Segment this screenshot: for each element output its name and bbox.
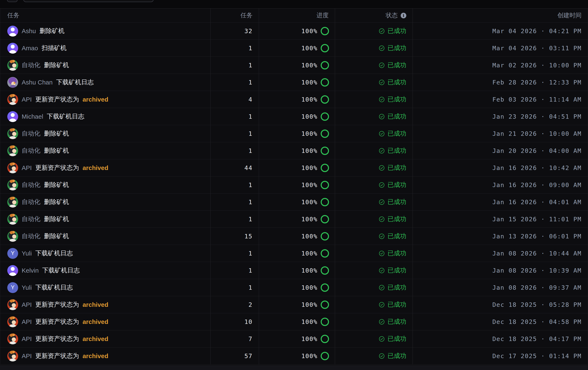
column-header-status[interactable]: 状态 i (335, 9, 413, 22)
count-cell: 1 (211, 262, 259, 279)
created-cell: Dec 17 2025 · 01:14 PM (413, 348, 588, 364)
count-cell: 1 (211, 40, 259, 56)
table-row[interactable]: 自动化 删除矿机 15 100% 已成功 Jan 13 2026 · 06:01… (0, 228, 588, 245)
status-badge: 已成功 (388, 78, 406, 87)
status-cell: 已成功 (335, 159, 413, 176)
check-circle-icon (379, 302, 385, 308)
progress-percent: 100% (301, 267, 317, 274)
table-row[interactable]: 自动化 删除矿机 1 100% 已成功 Mar 02 2026 · 10:00 … (0, 56, 588, 74)
avatar (7, 94, 18, 105)
table-row[interactable]: Kelvin 下载矿机日志 1 100% 已成功 Jan 08 2026 · 1… (0, 262, 588, 279)
progress-cell: 100% (259, 74, 335, 91)
status-cell: 已成功 (335, 279, 413, 296)
task-cell: Kelvin 下载矿机日志 (0, 262, 211, 279)
avatar (7, 77, 18, 88)
task-cell: API 更新资产状态为 archived (0, 348, 211, 364)
task-action: 更新资产状态为 (35, 352, 79, 360)
task-action: 下载矿机日志 (56, 78, 94, 87)
task-action: 扫描矿机 (42, 44, 66, 52)
status-badge: 已成功 (388, 283, 406, 292)
task-count: 1 (249, 267, 252, 274)
avatar-letter: Y (11, 250, 15, 257)
check-circle-icon (379, 353, 385, 359)
status-cell: 已成功 (335, 211, 413, 228)
table-row[interactable]: 自动化 删除矿机 1 100% 已成功 Jan 16 2026 · 09:00 … (0, 176, 588, 193)
table-row[interactable]: API 更新资产状态为 archived 7 100% 已成功 Dec 18 2… (0, 330, 588, 347)
progress-cell: 100% (259, 279, 335, 296)
check-circle-icon (379, 79, 385, 85)
table-row[interactable]: Amao 扫描矿机 1 100% 已成功 Mar 04 2026 · 03:11… (0, 39, 588, 56)
status-badge: 已成功 (388, 27, 406, 35)
progress-percent: 100% (301, 96, 317, 103)
progress-percent: 100% (301, 198, 317, 206)
progress-ring-icon (321, 232, 329, 240)
table-row[interactable]: Michael 下载矿机日志 1 100% 已成功 Jan 23 2026 · … (0, 108, 588, 125)
count-cell: 1 (211, 211, 259, 228)
task-owner: Yuli (22, 250, 32, 257)
table-row[interactable]: 自动化 删除矿机 1 100% 已成功 Jan 20 2026 · 04:00 … (0, 142, 588, 159)
progress-percent: 100% (301, 181, 317, 189)
table-row[interactable]: Ashu Chan 下载矿机日志 1 100% 已成功 Feb 28 2026 … (0, 74, 588, 91)
table-row[interactable]: API 更新资产状态为 archived 2 100% 已成功 Dec 18 2… (0, 296, 588, 313)
table-row[interactable]: API 更新资产状态为 archived 57 100% 已成功 Dec 17 … (0, 347, 588, 364)
avatar (7, 197, 18, 207)
count-cell: 1 (211, 142, 259, 159)
progress-cell: 100% (259, 176, 335, 193)
status-badge: 已成功 (388, 95, 406, 104)
table-row[interactable]: 自动化 删除矿机 1 100% 已成功 Jan 16 2026 · 04:01 … (0, 193, 588, 210)
table-row[interactable]: Y Yuli 下载矿机日志 1 100% 已成功 Jan 08 2026 · 0… (0, 279, 588, 296)
column-header-progress[interactable]: 进度 (259, 9, 335, 22)
status-cell: 已成功 (335, 348, 413, 364)
check-circle-icon (379, 285, 385, 291)
task-owner: Michael (22, 113, 43, 120)
search-input[interactable] (23, 0, 154, 2)
status-cell: 已成功 (335, 125, 413, 142)
task-cell: 自动化 删除矿机 (0, 142, 211, 159)
avatar (7, 128, 18, 139)
check-circle-icon (379, 268, 385, 273)
info-icon[interactable]: i (401, 13, 406, 18)
status-cell: 已成功 (335, 91, 413, 108)
column-header-task[interactable]: 任务 (0, 9, 211, 22)
avatar (7, 180, 18, 190)
created-time: Dec 18 2025 · 05:28 PM (492, 301, 582, 308)
count-cell: 10 (211, 313, 259, 330)
task-count: 1 (249, 216, 252, 223)
task-owner: API (22, 301, 32, 308)
status-badge: 已成功 (388, 317, 406, 326)
progress-ring-icon (321, 318, 329, 326)
progress-ring-icon (321, 181, 329, 189)
table-row[interactable]: API 更新资产状态为 archived 10 100% 已成功 Dec 18 … (0, 313, 588, 330)
column-header-count[interactable]: 任务 (211, 9, 259, 22)
progress-ring-icon (321, 215, 329, 223)
created-cell: Jan 16 2026 · 10:42 AM (413, 159, 588, 176)
created-time: Jan 08 2026 · 10:39 AM (492, 267, 582, 274)
created-time: Jan 15 2026 · 11:01 PM (492, 216, 582, 223)
task-cell: API 更新资产状态为 archived (0, 159, 211, 176)
task-action: 下载矿机日志 (35, 283, 73, 292)
table-row[interactable]: Y Yuli 下载矿机日志 1 100% 已成功 Jan 08 2026 · 1… (0, 245, 588, 262)
table-row[interactable]: 自动化 删除矿机 1 100% 已成功 Jan 21 2026 · 10:00 … (0, 125, 588, 142)
table-row[interactable]: API 更新资产状态为 archived 4 100% 已成功 Feb 03 2… (0, 91, 588, 108)
status-badge: 已成功 (388, 44, 406, 52)
check-circle-icon (379, 114, 385, 120)
task-count: 1 (249, 79, 252, 86)
column-header-created[interactable]: 创建时间 (413, 9, 588, 22)
avatar: Y (7, 248, 18, 259)
status-badge: 已成功 (388, 181, 406, 189)
count-cell: 1 (211, 194, 259, 210)
progress-cell: 100% (259, 262, 335, 279)
table-row[interactable]: 自动化 删除矿机 1 100% 已成功 Jan 15 2026 · 11:01 … (0, 210, 588, 228)
table-row[interactable]: Ashu 删除矿机 32 100% 已成功 Mar 04 2026 · 04:2… (0, 22, 588, 39)
created-cell: Dec 18 2025 · 05:28 PM (413, 296, 588, 313)
task-action: 删除矿机 (44, 232, 69, 240)
progress-percent: 100% (301, 164, 317, 172)
column-header-status-label: 状态 (386, 11, 398, 20)
status-cell: 已成功 (335, 142, 413, 159)
task-action: 下载矿机日志 (35, 249, 73, 258)
task-cell: Ashu 删除矿机 (0, 22, 211, 39)
toolbar-button[interactable] (7, 0, 18, 2)
created-cell: Dec 18 2025 · 04:58 PM (413, 313, 588, 330)
table-row[interactable]: API 更新资产状态为 archived 44 100% 已成功 Jan 16 … (0, 159, 588, 176)
status-cell: 已成功 (335, 22, 413, 39)
